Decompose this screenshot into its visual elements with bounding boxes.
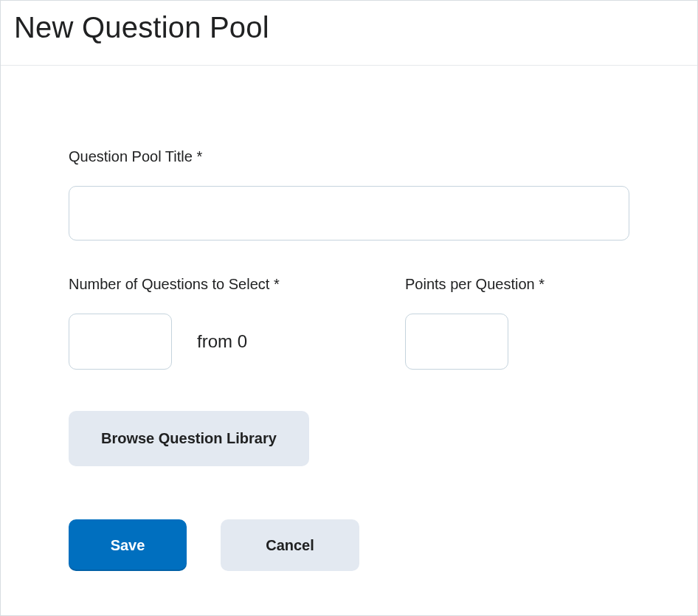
num-questions-block: Number of Questions to Select * from 0 bbox=[69, 276, 371, 370]
page-title: New Question Pool bbox=[14, 11, 684, 44]
panel-header: New Question Pool bbox=[1, 1, 697, 66]
row-num-points: Number of Questions to Select * from 0 P… bbox=[69, 276, 629, 370]
title-input[interactable] bbox=[69, 186, 629, 240]
points-block: Points per Question * bbox=[405, 276, 629, 370]
title-label: Question Pool Title * bbox=[69, 148, 629, 165]
action-row: Save Cancel bbox=[69, 519, 629, 571]
title-field-block: Question Pool Title * bbox=[69, 148, 629, 240]
from-count-text: from 0 bbox=[197, 331, 247, 352]
save-button[interactable]: Save bbox=[69, 519, 187, 571]
points-label: Points per Question * bbox=[405, 276, 629, 293]
num-questions-input[interactable] bbox=[69, 314, 172, 370]
cancel-button[interactable]: Cancel bbox=[221, 519, 359, 571]
browse-question-library-button[interactable]: Browse Question Library bbox=[69, 411, 309, 466]
form-content: Question Pool Title * Number of Question… bbox=[1, 66, 697, 571]
points-input[interactable] bbox=[405, 314, 508, 370]
num-questions-label: Number of Questions to Select * bbox=[69, 276, 371, 293]
num-inline-row: from 0 bbox=[69, 314, 371, 370]
question-pool-panel: New Question Pool Question Pool Title * … bbox=[0, 0, 698, 616]
